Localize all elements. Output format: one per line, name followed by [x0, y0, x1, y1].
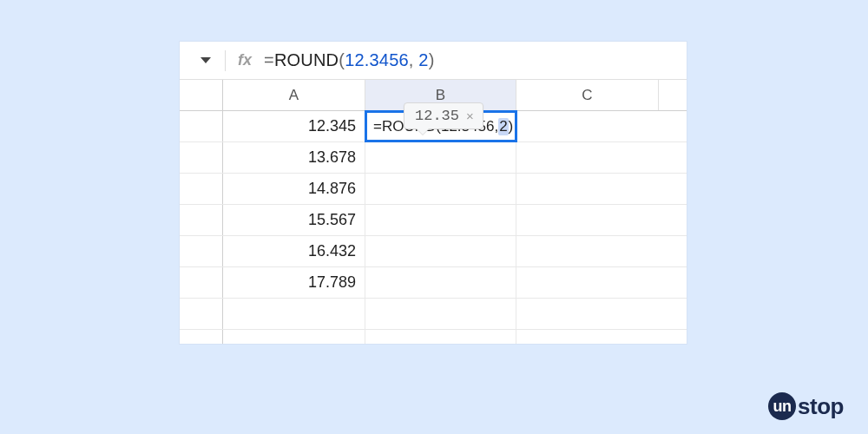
cell-b[interactable] — [365, 236, 516, 266]
cell-a[interactable]: 13.678 — [223, 142, 365, 173]
divider — [225, 50, 226, 71]
cell-b[interactable] — [365, 174, 516, 204]
formula-arg2: 2 — [418, 50, 428, 69]
spreadsheet-panel: fx =ROUND(12.3456, 2) A B C 12.345 =ROUN… — [180, 42, 687, 344]
col-header-c[interactable]: C — [516, 80, 659, 110]
row-header[interactable] — [180, 330, 223, 344]
col-header-a[interactable]: A — [223, 80, 365, 110]
select-all-corner[interactable] — [180, 80, 223, 110]
brand-logo: unstop — [768, 392, 844, 420]
formula-arg1: 12.3456 — [345, 50, 409, 69]
cell-c[interactable] — [516, 236, 659, 266]
row-header[interactable] — [180, 236, 223, 266]
formula-equals: = — [264, 50, 274, 69]
table-row: 15.567 — [180, 205, 687, 236]
close-icon[interactable]: × — [466, 109, 474, 122]
formula-input[interactable]: =ROUND(12.3456, 2) — [264, 50, 435, 70]
row-header[interactable] — [180, 299, 223, 329]
cell-a[interactable]: 14.876 — [223, 174, 365, 204]
cell-a[interactable] — [223, 330, 365, 344]
cell-b[interactable] — [365, 330, 516, 344]
cell-c[interactable] — [516, 330, 659, 344]
table-row: 17.789 — [180, 267, 687, 299]
table-row: 14.876 — [180, 174, 687, 205]
table-row: 16.432 — [180, 236, 687, 267]
row-header[interactable] — [180, 142, 223, 173]
row-header[interactable] — [180, 267, 223, 298]
cell-c[interactable] — [516, 267, 659, 298]
formula-fn: ROUND — [274, 50, 339, 69]
cell-c[interactable] — [516, 174, 659, 204]
formula-preview-tooltip: 12.35 × — [404, 102, 483, 129]
fx-label: fx — [238, 51, 252, 69]
cell-a[interactable]: 16.432 — [223, 236, 365, 266]
preview-value: 12.35 — [415, 108, 459, 124]
cell-c[interactable] — [516, 142, 659, 173]
table-row — [180, 330, 687, 344]
table-row — [180, 299, 687, 330]
brand-text: stop — [798, 393, 844, 420]
cell-b[interactable] — [365, 267, 516, 298]
row-header[interactable] — [180, 111, 223, 141]
cell-a[interactable]: 12.345 — [223, 111, 365, 141]
edit-equals: = — [373, 118, 382, 135]
edit-arg2: 2 — [498, 118, 508, 135]
formula-bar[interactable]: fx =ROUND(12.3456, 2) — [180, 42, 687, 80]
cell-c[interactable] — [516, 205, 659, 235]
formula-close-paren: ) — [429, 50, 435, 69]
cell-a[interactable]: 15.567 — [223, 205, 365, 235]
cell-a[interactable]: 17.789 — [223, 267, 365, 298]
cell-b[interactable] — [365, 299, 516, 329]
name-box-chevron-icon[interactable] — [201, 57, 211, 63]
cell-b[interactable] — [365, 142, 516, 173]
cell-b[interactable] — [365, 205, 516, 235]
cell-c[interactable] — [516, 299, 659, 329]
row-header[interactable] — [180, 205, 223, 235]
table-row: 13.678 — [180, 142, 687, 174]
row-header[interactable] — [180, 174, 223, 204]
cell-c[interactable] — [516, 111, 659, 141]
edit-close: ) — [509, 118, 514, 135]
formula-comma: , — [409, 50, 414, 69]
brand-circle: un — [768, 392, 796, 420]
cell-a[interactable] — [223, 299, 365, 329]
